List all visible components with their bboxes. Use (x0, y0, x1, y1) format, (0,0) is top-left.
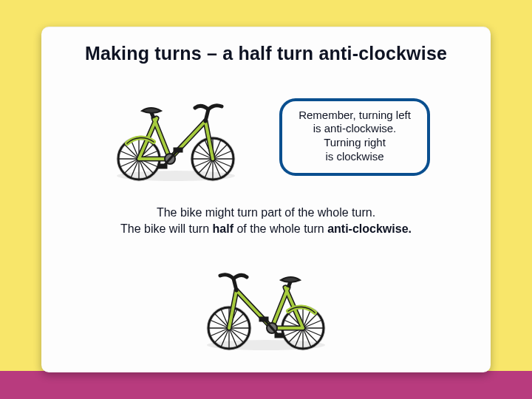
reminder-callout-text: Remember, turning left is anti-clockwise… (282, 101, 427, 173)
body-text: The bike might turn part of the whole tu… (62, 205, 470, 238)
bike-bottom-container (192, 258, 340, 354)
body-text-bold: anti-clockwise. (327, 222, 412, 235)
body-line-1: The bike might turn part of the whole tu… (62, 205, 470, 221)
body-text-span: The bike will turn (120, 222, 213, 235)
body-text-span: of the whole turn (233, 222, 327, 235)
callout-line: is anti-clockwise. (299, 122, 411, 136)
slide-title: Making turns – a half turn anti-clockwis… (62, 43, 470, 64)
svg-rect-23 (159, 165, 166, 168)
svg-rect-51 (276, 334, 283, 337)
reminder-callout: Remember, turning left is anti-clockwise… (279, 98, 430, 176)
svg-rect-25 (174, 149, 182, 151)
slide-card: Making turns – a half turn anti-clockwis… (41, 27, 491, 372)
callout-line: Turning right (299, 136, 411, 150)
bike-icon (192, 258, 340, 354)
top-row: Remember, turning left is anti-clockwise… (62, 85, 470, 188)
body-text-bold: half (213, 222, 233, 235)
bike-icon (102, 89, 250, 185)
bike-top-container (102, 89, 250, 185)
callout-line: is clockwise (299, 150, 411, 164)
body-line-2: The bike will turn half of the whole tur… (62, 221, 470, 237)
bottom-row (62, 254, 470, 358)
svg-rect-53 (260, 318, 267, 321)
footer-stripe (0, 371, 532, 399)
callout-line: Remember, turning left (299, 109, 411, 123)
